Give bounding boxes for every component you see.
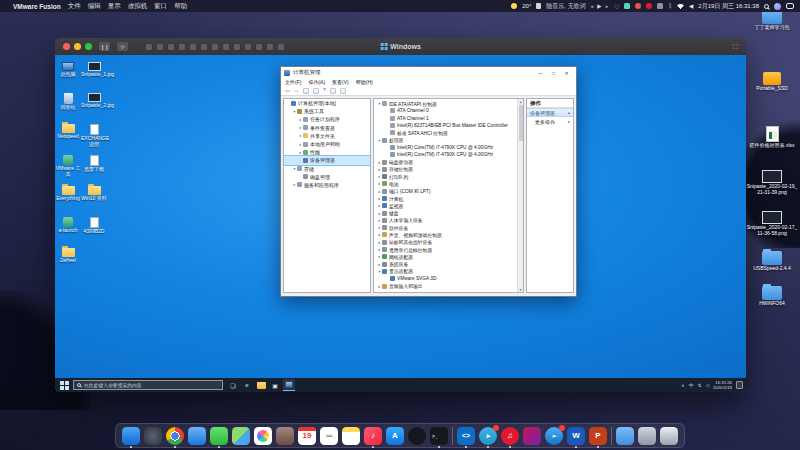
- windows-desktop-icon-pc[interactable]: 此电脑: [55, 62, 81, 78]
- chevron-icon[interactable]: [278, 44, 284, 50]
- actions-more-actions[interactable]: 更多操作 ▸: [527, 117, 573, 126]
- menubar-menu-1[interactable]: 编辑: [88, 2, 101, 11]
- keyboard-icon[interactable]: [256, 44, 262, 50]
- device-tree-item-10[interactable]: ▸打印队列: [374, 173, 523, 180]
- scroll-up-icon[interactable]: ▴: [519, 99, 521, 104]
- actions-group-device-manager[interactable]: 设备管理器 ▴: [527, 108, 573, 117]
- dock-icon-finder[interactable]: [122, 427, 140, 445]
- device-tree-item-17[interactable]: ▸软件设备: [374, 224, 523, 231]
- vm-pause-button[interactable]: ❙❙: [99, 42, 110, 51]
- printer-icon[interactable]: [223, 44, 229, 50]
- device-tree-item-7[interactable]: Intel(R) Core(TM) i7-4790K CPU @ 4.00GHz: [374, 151, 523, 158]
- clipboard-icon[interactable]: [201, 44, 207, 50]
- menubar-menu-4[interactable]: 窗口: [154, 2, 167, 11]
- taskbar-button-store[interactable]: ▣: [269, 379, 281, 391]
- device-tree-item-20[interactable]: ▸通用串行总线控制器: [374, 246, 523, 253]
- lock-icon[interactable]: [168, 44, 174, 50]
- display-status-icon[interactable]: [657, 3, 663, 9]
- dock-icon-downloads-folder[interactable]: [616, 427, 634, 445]
- audio-icon[interactable]: [190, 44, 196, 50]
- dock-icon-github[interactable]: [408, 427, 426, 445]
- console-tree-item-0[interactable]: 计算机管理(本地): [284, 99, 370, 107]
- music-app-icon[interactable]: [646, 3, 652, 9]
- dock-icon-messages[interactable]: [210, 427, 228, 445]
- playback-controls[interactable]: « ▶ »: [591, 3, 609, 9]
- weather-icon[interactable]: [511, 3, 517, 9]
- bluetooth-icon[interactable]: ᛒ: [668, 3, 672, 9]
- wrench-icon[interactable]: [146, 44, 152, 50]
- console-tree-item-1[interactable]: ▾系统工具: [284, 107, 370, 115]
- dock-icon-chrome[interactable]: [166, 427, 184, 445]
- windows-desktop-icon-folder[interactable]: Win10 资料: [81, 186, 107, 202]
- dock-icon-launchpad[interactable]: [144, 427, 162, 445]
- macos-desktop-icon-folder[interactable]: HWiNFO64: [746, 286, 798, 307]
- dock-icon-reminders[interactable]: ≔: [320, 427, 338, 445]
- window-icon[interactable]: [313, 88, 319, 94]
- taskbar-button-edge[interactable]: e: [241, 379, 253, 391]
- device-tree-item-12[interactable]: ▸端口 (COM 和 LPT): [374, 188, 523, 195]
- properties-icon[interactable]: [330, 88, 336, 94]
- windows-desktop-icon-doc[interactable]: EXCHANGE 说明: [81, 124, 107, 147]
- windows-desktop-icon-app[interactable]: a-launch: [55, 217, 81, 234]
- tray-network-icon[interactable]: ⇅: [698, 383, 702, 388]
- disk-icon[interactable]: [234, 44, 240, 50]
- macos-desktop-icon-image[interactable]: Snipaste_2020-02-19_21-31-39.png: [746, 170, 798, 195]
- menubar-app-name[interactable]: VMware Fusion: [13, 3, 61, 10]
- cm-menu-0[interactable]: 文件(F): [285, 79, 301, 85]
- console-tree-item-6[interactable]: ▸性能: [284, 148, 370, 156]
- device-tree-item-2[interactable]: ATA Channel 1: [374, 115, 523, 122]
- vmware-titlebar[interactable]: ❙❙ ⟳ Windows ⛶: [55, 38, 746, 55]
- wifi-icon[interactable]: [677, 4, 684, 9]
- device-tree-item-11[interactable]: ▸电池: [374, 180, 523, 187]
- device-tree-item-23[interactable]: ▾显示适配器: [374, 268, 523, 275]
- status-icon-red[interactable]: [635, 3, 641, 9]
- dock-icon-thunder[interactable]: ➢: [545, 427, 563, 445]
- dock-icon-contacts[interactable]: [276, 427, 294, 445]
- console-tree-item-4[interactable]: ▸共享文件夹: [284, 132, 370, 140]
- windows-desktop-icon-image[interactable]: Snipaste_2.jpg: [81, 93, 107, 109]
- macos-desktop-icon-folder[interactable]: USBSpeed-2.4.4: [746, 251, 798, 272]
- taskbar-button-file-explorer[interactable]: [255, 379, 267, 391]
- device-tree-item-1[interactable]: ATA Channel 0: [374, 107, 523, 114]
- volume-icon[interactable]: ◀: [689, 3, 693, 9]
- close-traffic-light[interactable]: [63, 43, 70, 50]
- back-icon[interactable]: ⇦: [285, 88, 290, 94]
- display-icon[interactable]: [179, 44, 185, 50]
- cm-menu-2[interactable]: 查看(V): [332, 79, 349, 85]
- tray-expand-icon[interactable]: ∧: [681, 383, 684, 388]
- dock-icon-word[interactable]: W: [567, 427, 585, 445]
- device-tree-item-14[interactable]: ▸监视器: [374, 202, 523, 209]
- zoom-traffic-light[interactable]: [85, 43, 92, 50]
- console-tree-item-7[interactable]: 设备管理器: [284, 156, 370, 164]
- device-tree-item-15[interactable]: ▸键盘: [374, 209, 523, 216]
- device-tree-item-24[interactable]: VMware SVGA 3D: [374, 275, 523, 282]
- network-icon[interactable]: [245, 44, 251, 50]
- console-tree-item-2[interactable]: ▸任务计划程序: [284, 115, 370, 123]
- scroll-down-icon[interactable]: ▾: [519, 287, 521, 292]
- windows-desktop-icon-doc[interactable]: 4399B2D: [81, 217, 107, 235]
- swap-icon[interactable]: [157, 44, 163, 50]
- taskbar-search-box[interactable]: 在此处键入你要搜索的内容: [73, 380, 223, 390]
- dock-icon-terminal[interactable]: >_: [430, 427, 448, 445]
- device-tree-item-25[interactable]: ▸音频输入和输出: [374, 282, 523, 289]
- menubar-menu-3[interactable]: 虚拟机: [128, 2, 148, 11]
- dock-icon-netease-music[interactable]: ♫: [501, 427, 519, 445]
- console-tree-item-3[interactable]: ▸事件查看器: [284, 124, 370, 132]
- action-center-icon[interactable]: [736, 381, 743, 389]
- close-button[interactable]: ✕: [560, 68, 573, 77]
- vm-fullscreen-button[interactable]: ⛶: [733, 43, 738, 51]
- dock-icon-screen-share[interactable]: [523, 427, 541, 445]
- windows-desktop-icon-app[interactable]: VMware 工具: [55, 155, 81, 177]
- device-tree-item-9[interactable]: ▸存储控制器: [374, 166, 523, 173]
- maximize-button[interactable]: □: [547, 68, 560, 77]
- dock-icon-photos[interactable]: [254, 427, 272, 445]
- siri-icon[interactable]: [774, 3, 781, 10]
- taskbar-button-task-view[interactable]: ❏: [227, 379, 239, 391]
- device-tree-item-19[interactable]: ▸鼠标和其他指针设备: [374, 239, 523, 246]
- ime-indicator[interactable]: 中: [689, 382, 694, 388]
- dock-icon-notes[interactable]: [342, 427, 360, 445]
- help-icon[interactable]: ?: [323, 88, 326, 93]
- windows-desktop-icon-folder[interactable]: 2wheel: [55, 248, 81, 264]
- device-tree-item-21[interactable]: ▸网络适配器: [374, 253, 523, 260]
- menubar-menu-5[interactable]: 帮助: [174, 2, 187, 11]
